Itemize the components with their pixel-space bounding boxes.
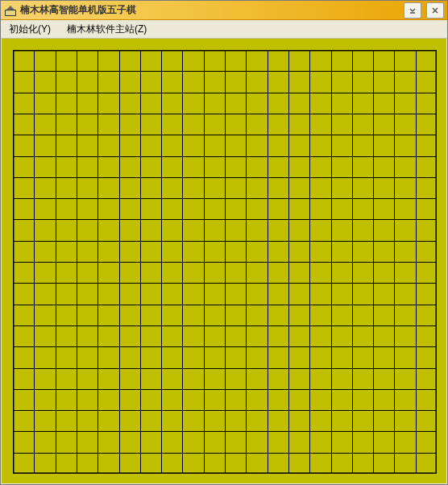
menubar: 初始化(Y) 楠木林软件主站(Z)	[1, 20, 447, 39]
window-title: 楠木林高智能单机版五子棋	[20, 3, 404, 17]
app-icon	[4, 4, 17, 17]
titlebar[interactable]: 楠木林高智能单机版五子棋	[1, 1, 447, 20]
game-board[interactable]	[13, 50, 437, 474]
close-button[interactable]	[426, 2, 444, 19]
app-window: 楠木林高智能单机版五子棋 初始化(Y) 楠木林软件主站(Z)	[0, 0, 448, 485]
window-buttons	[404, 2, 444, 19]
client-area	[2, 39, 446, 483]
minimize-button[interactable]	[404, 2, 421, 19]
menu-init[interactable]: 初始化(Y)	[6, 21, 54, 38]
board-grid	[13, 50, 437, 474]
menu-site[interactable]: 楠木林软件主站(Z)	[64, 21, 150, 38]
svg-rect-1	[6, 10, 15, 15]
